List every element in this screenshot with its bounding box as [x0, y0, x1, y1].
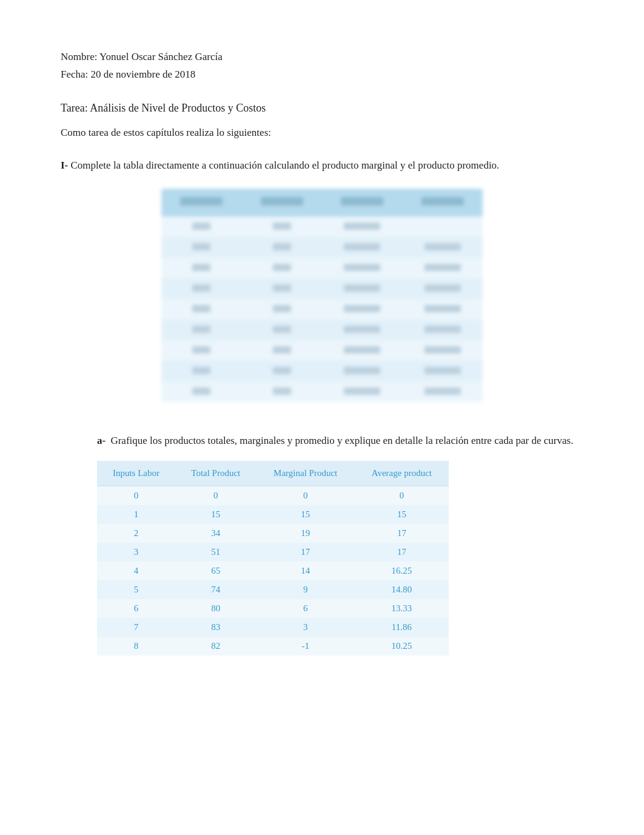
- a-label: a-: [97, 435, 106, 446]
- col-header-inputs: Inputs Labor: [97, 461, 175, 486]
- table-header-row: Inputs Labor Total Product Marginal Prod…: [97, 461, 449, 486]
- header-info: Nombre: Yonuel Oscar Sánchez García Fech…: [61, 49, 583, 84]
- table-row: 783311.86: [97, 618, 449, 637]
- section-a-body: Grafique los productos totales, marginal…: [108, 435, 573, 446]
- section-a-text: a- Grafique los productos totales, margi…: [97, 432, 583, 449]
- cell-inputs: 1: [97, 505, 175, 524]
- cell-total: 15: [175, 505, 257, 524]
- cell-total: 80: [175, 599, 257, 618]
- cell-inputs: 0: [97, 486, 175, 506]
- blurred-table-wrapper: [161, 189, 483, 402]
- cell-marginal: 3: [257, 618, 355, 637]
- table-row: [161, 237, 483, 258]
- table-row: 3511717: [97, 543, 449, 562]
- table-row: [161, 258, 483, 278]
- cell-average: 11.86: [355, 618, 449, 637]
- cell-inputs: 6: [97, 599, 175, 618]
- table-row: 1151515: [97, 505, 449, 524]
- cell-inputs: 8: [97, 637, 175, 656]
- blurred-header-1: [180, 197, 223, 206]
- blurred-table-container: [61, 189, 583, 402]
- cell-marginal: 6: [257, 599, 355, 618]
- cell-average: 17: [355, 524, 449, 543]
- cell-average: 10.25: [355, 637, 449, 656]
- table-row: [161, 320, 483, 340]
- task-title: Tarea: Análisis de Nivel de Productos y …: [61, 102, 583, 115]
- cell-inputs: 4: [97, 562, 175, 580]
- cell-average: 15: [355, 505, 449, 524]
- cell-inputs: 7: [97, 618, 175, 637]
- table-row: [161, 299, 483, 320]
- table-row: [161, 361, 483, 381]
- col-header-marginal: Marginal Product: [257, 461, 355, 486]
- cell-total: 0: [175, 486, 257, 506]
- cell-total: 34: [175, 524, 257, 543]
- cell-inputs: 3: [97, 543, 175, 562]
- table-row: 680613.33: [97, 599, 449, 618]
- cell-marginal: 14: [257, 562, 355, 580]
- cell-total: 83: [175, 618, 257, 637]
- table-row: 2341917: [97, 524, 449, 543]
- cell-average: 17: [355, 543, 449, 562]
- cell-average: 16.25: [355, 562, 449, 580]
- blurred-header-3: [341, 197, 383, 206]
- table-row: 574914.80: [97, 580, 449, 599]
- table-row: [161, 216, 483, 237]
- table-row: [161, 381, 483, 402]
- task-intro: Como tarea de estos capítulos realiza lo…: [61, 127, 583, 139]
- cell-marginal: 0: [257, 486, 355, 506]
- blurred-table: [161, 189, 483, 402]
- cell-inputs: 2: [97, 524, 175, 543]
- table-row: 4651416.25: [97, 562, 449, 580]
- table-row: 882-110.25: [97, 637, 449, 656]
- cell-marginal: 15: [257, 505, 355, 524]
- cell-average: 13.33: [355, 599, 449, 618]
- cell-total: 82: [175, 637, 257, 656]
- cell-total: 74: [175, 580, 257, 599]
- data-table: Inputs Labor Total Product Marginal Prod…: [97, 461, 449, 656]
- col-header-total: Total Product: [175, 461, 257, 486]
- cell-marginal: -1: [257, 637, 355, 656]
- cell-marginal: 17: [257, 543, 355, 562]
- nombre-line: Nombre: Yonuel Oscar Sánchez García: [61, 49, 583, 66]
- cell-total: 65: [175, 562, 257, 580]
- cell-average: 14.80: [355, 580, 449, 599]
- section-a-label: a- Grafique los productos totales, margi…: [61, 432, 583, 449]
- cell-inputs: 5: [97, 580, 175, 599]
- blurred-header-2: [261, 197, 303, 206]
- cell-marginal: 9: [257, 580, 355, 599]
- table-row: 0000: [97, 486, 449, 506]
- table-row: [161, 340, 483, 361]
- section-i-text: Complete la tabla directamente a continu…: [68, 159, 499, 171]
- cell-marginal: 19: [257, 524, 355, 543]
- col-header-average: Average product: [355, 461, 449, 486]
- section-i-label: I-: [61, 159, 68, 171]
- data-table-container: Inputs Labor Total Product Marginal Prod…: [61, 461, 583, 656]
- cell-average: 0: [355, 486, 449, 506]
- cell-total: 51: [175, 543, 257, 562]
- fecha-line: Fecha: 20 de noviembre de 2018: [61, 66, 583, 84]
- table-row: [161, 278, 483, 299]
- blurred-header-4: [421, 197, 464, 206]
- section-i: I- Complete la tabla directamente a cont…: [61, 157, 583, 173]
